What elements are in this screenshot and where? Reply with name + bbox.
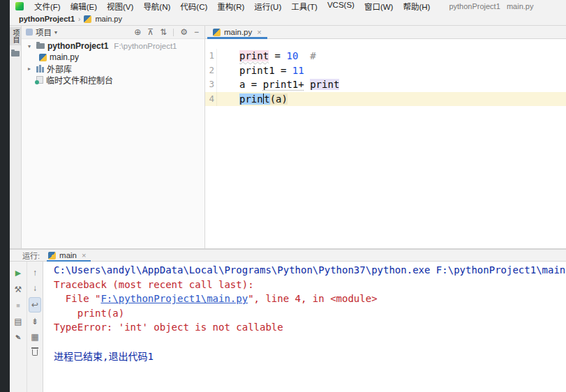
window-title: pythonProject1 main.py	[449, 2, 533, 10]
run-header: 运行: main ×	[10, 250, 566, 262]
restore-layout-button[interactable]: ▤	[12, 313, 24, 329]
edit-run-configuration-button[interactable]: ⚒	[12, 281, 24, 297]
gutter-line-number[interactable]: 1	[205, 49, 216, 63]
breadcrumb-file[interactable]: main.py	[95, 15, 122, 23]
code-segment: =	[269, 50, 286, 61]
gutter-line-number[interactable]: 4	[205, 92, 216, 107]
code-editor[interactable]: 1print = 10 #2print1 = 113a = print1+ pr…	[205, 39, 566, 248]
tree-item-label: 外部库	[47, 63, 72, 75]
code-segment: 11	[292, 65, 304, 76]
run-tab-main[interactable]: main ×	[47, 250, 91, 261]
menu-item-7[interactable]: 工具(T)	[286, 1, 322, 12]
run-console[interactable]: C:\Users\andyl\AppData\Local\Programs\Py…	[43, 262, 566, 392]
menu-item-8[interactable]: VCS(S)	[322, 1, 359, 12]
trash-icon	[32, 349, 38, 356]
menu-item-4[interactable]: 代码(C)	[175, 1, 212, 12]
pycharm-window: 文件(F)编辑(E)视图(V)导航(N)代码(C)重构(R)运行(U)工具(T)…	[10, 0, 566, 392]
close-icon[interactable]: ×	[82, 251, 86, 259]
gutter-line-number[interactable]: 3	[205, 77, 216, 92]
project-view-icon	[26, 29, 33, 36]
code-line-text[interactable]: print1 = 11	[216, 63, 566, 78]
console-file-link[interactable]: F:\pythonProject1\main.py	[100, 293, 248, 304]
project-tool-window-button[interactable]: 项目	[10, 27, 21, 45]
rerun-button[interactable]: ▶	[12, 265, 24, 281]
python-file-icon	[39, 54, 47, 61]
editor-tab-strip: main.py ×	[205, 26, 566, 39]
code-segment: print1 =	[239, 65, 292, 76]
editor-area: main.py × 1print = 10 #2print1 = 113a = …	[205, 26, 566, 248]
console-text: ", line 4, in <module>	[248, 293, 377, 304]
tree-item-external-libraries[interactable]: ▸外部库	[22, 63, 204, 74]
console-text: TypeError: 'int' object is not callable	[54, 322, 283, 333]
project-panel-header: 项目 ▾ ⊕⊼⇅⚙−	[22, 26, 204, 39]
stop-button[interactable]: ■	[12, 297, 24, 313]
chevron-down-icon[interactable]: ▾	[54, 29, 57, 36]
tree-item-path: F:\pythonProject1	[114, 42, 177, 50]
menu-item-10[interactable]: 帮助(H)	[398, 1, 435, 12]
tree-item-label: main.py	[50, 52, 79, 62]
project-view-selector[interactable]: 项目	[36, 27, 52, 38]
library-icon	[36, 65, 44, 73]
close-icon[interactable]: ×	[257, 28, 261, 36]
up-stack-trace-button[interactable]: ↑	[29, 265, 41, 280]
code-line-3: 3a = print1+ print	[205, 77, 566, 92]
code-segment: print1+	[263, 79, 304, 90]
run-tool-window: 运行: main × ▶⚒■▤✒ ↑↓↩⇟▦ C:\Users\andyl\Ap…	[10, 250, 566, 392]
code-segment: (a)	[270, 93, 288, 105]
gutter-line-number[interactable]: 2	[205, 63, 216, 78]
tree-item-project-root[interactable]: ▾pythonProject1F:\pythonProject1	[22, 40, 204, 52]
code-line-text[interactable]: print = 10 #	[216, 49, 566, 63]
settings-gear-icon[interactable]: ⚙	[180, 28, 188, 36]
folder-icon	[36, 43, 45, 49]
console-text	[54, 336, 59, 347]
code-segment: 10	[286, 50, 298, 61]
console-text: print(a)	[54, 308, 124, 319]
tree-item-label: pythonProject1	[47, 41, 108, 51]
menu-item-9[interactable]: 窗口(W)	[359, 1, 399, 12]
pin-tab-button[interactable]: ✒	[12, 329, 24, 345]
menu-item-5[interactable]: 重构(R)	[212, 1, 249, 12]
menu-item-3[interactable]: 导航(N)	[138, 1, 175, 12]
tree-chevron-icon[interactable]: ▾	[25, 43, 33, 50]
project-header-toolbar: ⊕⊼⇅⚙−	[128, 28, 199, 36]
scratch-files-icon	[36, 76, 43, 84]
locate-file-icon[interactable]: ⊕	[134, 28, 141, 36]
editor-tab-main-py[interactable]: main.py ×	[207, 26, 267, 38]
code-line-text[interactable]: print(a)	[216, 92, 566, 107]
tree-item-scratches[interactable]: 临时文件和控制台	[22, 74, 204, 85]
collapse-all-icon[interactable]: ⊼	[147, 28, 154, 36]
clear-console-button[interactable]	[29, 345, 41, 360]
python-file-icon	[48, 252, 56, 259]
breadcrumb-chevron-icon: ›	[78, 15, 80, 23]
console-line: C:\Users\andyl\AppData\Local\Programs\Py…	[54, 263, 566, 278]
code-segment: #	[310, 50, 315, 61]
menu-item-1[interactable]: 编辑(E)	[66, 1, 102, 12]
expand-collapse-icon[interactable]: ⇅	[160, 28, 167, 36]
down-stack-trace-button[interactable]: ↓	[29, 280, 41, 296]
soft-wrap-toggle[interactable]: ↩	[29, 297, 41, 312]
console-text: Traceback (most recent call last):	[54, 279, 254, 290]
code-line-1: 1print = 10 #	[205, 49, 566, 63]
scroll-to-end-button[interactable]: ⇟	[29, 314, 41, 329]
hide-panel-icon[interactable]: −	[194, 28, 199, 36]
menu-item-6[interactable]: 运行(U)	[249, 1, 286, 12]
breadcrumb: pythonProject1 › main.py	[10, 13, 566, 26]
python-file-icon	[84, 15, 91, 23]
code-segment: prin	[239, 93, 263, 105]
run-toolbar-left: ▶⚒■▤✒	[10, 262, 27, 392]
console-text: C:\Users\andyl\AppData\Local\Programs\Py…	[54, 264, 566, 276]
menu-item-2[interactable]: 视图(V)	[102, 1, 138, 12]
folder-tool-icon[interactable]	[11, 51, 20, 56]
tree-item-main-py[interactable]: main.py	[22, 52, 204, 63]
print-console-button[interactable]: ▦	[29, 329, 41, 345]
console-toolbar: ↑↓↩⇟▦	[27, 262, 43, 392]
code-line-text[interactable]: a = print1+ print	[216, 77, 566, 92]
code-segment: t	[264, 93, 269, 105]
project-tree: ▾pythonProject1F:\pythonProject1main.py▸…	[22, 39, 204, 85]
tree-chevron-icon[interactable]: ▸	[25, 66, 33, 72]
breadcrumb-project[interactable]: pythonProject1	[19, 15, 75, 23]
pin-icon: ✒	[13, 331, 24, 343]
editor-tab-label: main.py	[224, 28, 252, 36]
menu-item-0[interactable]: 文件(F)	[29, 1, 66, 12]
code-line-4: 4print(a)	[205, 92, 566, 107]
